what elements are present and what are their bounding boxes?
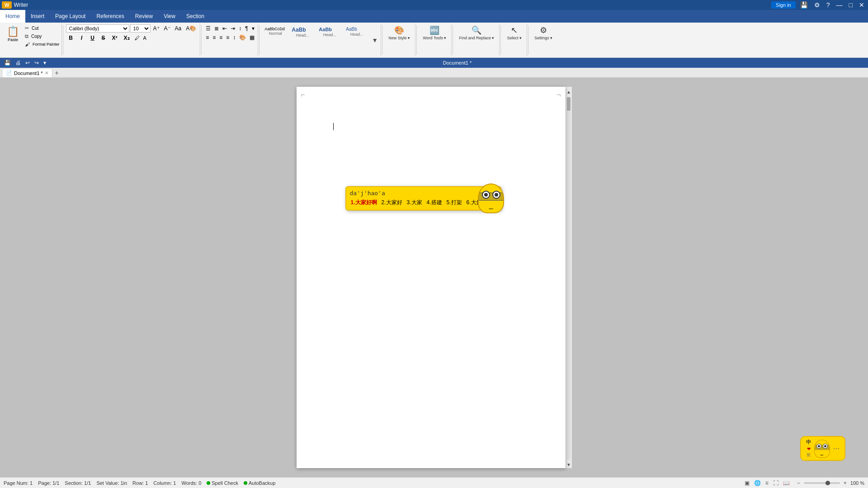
settings-button[interactable]: ⚙ Settings ▾ (532, 24, 555, 42)
copy-button[interactable]: ⧉ (23, 33, 30, 40)
border-button[interactable]: ▦ (248, 33, 256, 42)
view-web[interactable]: 🌐 (752, 479, 763, 487)
para-row2: ≡ ≡ ≡ ≡ ↕ 🎨 ▦ (204, 33, 256, 42)
zoom-out-button[interactable]: − (795, 479, 802, 487)
style-normal[interactable]: AaBbCcDd Normal (262, 25, 288, 55)
word-tools-button[interactable]: 🔤 Word Tools ▾ (420, 24, 448, 42)
close-button[interactable]: ✕ (857, 1, 866, 9)
view-print-layout[interactable]: ▣ (743, 479, 751, 487)
sign-in-button[interactable]: Sign in (771, 1, 796, 9)
menu-review[interactable]: Review (130, 10, 158, 23)
qa-save[interactable]: 💾 (3, 60, 12, 66)
indent-decrease-button[interactable]: ⇤ (221, 24, 228, 33)
auto-backup-dot (244, 481, 247, 485)
line-spacing-button[interactable]: ↕ (231, 33, 237, 42)
paste-button[interactable]: 📋 Paste (4, 24, 22, 43)
save-button[interactable]: 💾 (798, 1, 810, 9)
style-heading3[interactable]: AaBb Head... (344, 25, 370, 55)
font-color-button[interactable]: A🎨 (184, 24, 198, 33)
indent-increase-button[interactable]: ⇥ (229, 24, 236, 33)
find-replace-button[interactable]: 🔍 Find and Replace ▾ (457, 24, 496, 42)
ime-minion-character: ‿ (478, 183, 504, 213)
help-icon[interactable]: ? (825, 1, 832, 9)
strikethrough-button[interactable]: S (99, 33, 108, 42)
bullet-list-button[interactable]: ☰ (204, 24, 212, 33)
font-family-row: Calibri (Body) 10 A⁺ A⁻ Aa A🎨 (66, 24, 198, 33)
ime-candidate-3[interactable]: 3.大家 (406, 198, 423, 207)
scroll-down-button[interactable]: ▼ (566, 461, 572, 468)
zoom-in-button[interactable]: + (842, 479, 849, 487)
align-center-button[interactable]: ≡ (211, 33, 217, 42)
font-shrink-button[interactable]: A⁻ (162, 24, 172, 33)
view-fullscreen[interactable]: ⛶ (771, 479, 780, 487)
qa-undo[interactable]: ↩ (24, 60, 31, 66)
align-right-button[interactable]: ≡ (218, 33, 224, 42)
page-corner-tr: ¬ (557, 91, 561, 99)
view-outline[interactable]: ≡ (764, 479, 770, 487)
qa-more[interactable]: ▾ (42, 60, 47, 66)
styles-expand-button[interactable]: ▼ (371, 36, 379, 45)
num-list-button[interactable]: ≣ (213, 24, 220, 33)
style-heading2[interactable]: AaBb Head... (316, 25, 343, 55)
qa-redo[interactable]: ↪ (33, 60, 40, 66)
menu-insert[interactable]: Insert (25, 10, 50, 23)
shading-button[interactable]: 🎨 (238, 33, 247, 42)
underline-button[interactable]: U (88, 33, 98, 42)
corner-more-icon[interactable]: ⋯ (833, 445, 840, 452)
minimize-button[interactable]: — (835, 1, 844, 9)
bold-button[interactable]: B (66, 33, 76, 42)
ime-popup[interactable]: da'j'hao'a 1.大家好啊 2.大家好 3.大家 4.搭建 5.打架 6… (345, 186, 502, 211)
font-size-select[interactable]: 10 (130, 24, 151, 33)
settings-icon[interactable]: ⚙ (812, 1, 822, 9)
status-words: Words: 0 (181, 480, 201, 486)
scrollbar-track[interactable] (567, 97, 571, 460)
align-left-button[interactable]: ≡ (204, 33, 210, 42)
scroll-up-button[interactable]: ▲ (566, 89, 572, 95)
menu-page-layout[interactable]: Page Layout (50, 10, 91, 23)
menu-section[interactable]: Section (181, 10, 210, 23)
new-style-button[interactable]: 🎨 New Style ▾ (386, 24, 412, 42)
font-case-button[interactable]: Aa (173, 24, 184, 33)
cut-button[interactable]: ✂ (23, 24, 31, 32)
superscript-button[interactable]: X² (109, 33, 120, 42)
ime-candidate-1[interactable]: 1.大家好啊 (350, 198, 378, 207)
new-style-group: 🎨 New Style ▾ (383, 23, 415, 56)
tab-close-button[interactable]: ✕ (45, 70, 48, 75)
format-painter-button[interactable]: 🖌 (23, 41, 32, 48)
show-hide-button[interactable]: ¶ (244, 24, 249, 33)
menu-home[interactable]: Home (0, 10, 25, 23)
view-read[interactable]: 📖 (781, 479, 792, 487)
select-button[interactable]: ↖ Select ▾ (505, 24, 524, 42)
ime-candidate-2[interactable]: 2.大家好 (381, 198, 403, 207)
highlight-button[interactable]: 🖊 (133, 34, 141, 42)
subscript-button[interactable]: X₂ (121, 33, 132, 42)
menu-references[interactable]: References (91, 10, 129, 23)
ime-candidate-5[interactable]: 5.打架 (446, 198, 463, 207)
zoom-slider[interactable] (804, 482, 840, 484)
corner-ime-widget[interactable]: 中 ❤ 简 ‿ ⋯ (800, 436, 845, 461)
expand-para-button[interactable]: ▾ (250, 24, 256, 33)
document-filename: Document1 * (443, 60, 472, 66)
menu-view[interactable]: View (158, 10, 181, 23)
cut-row: ✂ Cut (23, 24, 60, 32)
justify-button[interactable]: ≡ (225, 33, 231, 42)
document-tab[interactable]: 📄 Document1 * ✕ (2, 68, 52, 77)
italic-button[interactable]: I (77, 33, 87, 42)
font-grow-button[interactable]: A⁺ (151, 24, 161, 33)
qa-print[interactable]: 🖨 (14, 60, 22, 66)
scrollbar-thumb[interactable] (567, 97, 571, 111)
document-area[interactable]: ⌐ ¬ da'j'hao'a 1.大家好啊 2.大家好 3.大家 4.搭建 (0, 78, 868, 477)
new-style-icon: 🎨 (394, 26, 404, 36)
new-tab-button[interactable]: + (52, 68, 61, 77)
status-row: Row: 1 (132, 480, 148, 486)
document-page[interactable]: ⌐ ¬ da'j'hao'a 1.大家好啊 2.大家好 3.大家 4.搭建 (297, 87, 566, 468)
style-heading1[interactable]: AaBb Head... (289, 25, 316, 55)
font-color2-button[interactable]: A (142, 34, 148, 42)
sort-button[interactable]: ↕ (237, 24, 243, 33)
zoom-thumb[interactable] (826, 481, 830, 485)
ime-candidate-4[interactable]: 4.搭建 (426, 198, 443, 207)
toolbar: 📋 Paste ✂ Cut ⧉ Copy 🖌 Format Painter (0, 23, 868, 58)
maximize-button[interactable]: □ (847, 1, 854, 9)
text-content-area[interactable] (333, 123, 529, 130)
font-family-select[interactable]: Calibri (Body) (66, 24, 129, 33)
